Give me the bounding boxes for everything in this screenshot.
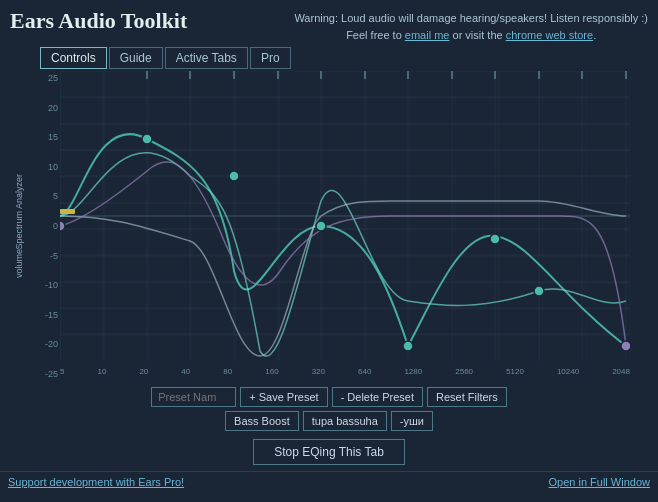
- x-label-10: 10: [97, 367, 106, 376]
- store-link[interactable]: chrome web store: [506, 29, 593, 41]
- footer: Support development with Ears Pro! Open …: [0, 471, 658, 492]
- y-label-15: 15: [30, 132, 60, 142]
- warning-line2-before: Feel free to: [346, 29, 405, 41]
- email-link[interactable]: email me: [405, 29, 450, 41]
- x-label-10240: 10240: [557, 367, 579, 376]
- x-label-160: 160: [265, 367, 278, 376]
- svg-point-29: [403, 341, 413, 351]
- y-label-10: 10: [30, 162, 60, 172]
- bass-boost-preset[interactable]: Bass Boost: [225, 411, 299, 431]
- x-label-20: 20: [139, 367, 148, 376]
- yshi-preset[interactable]: -уши: [391, 411, 433, 431]
- svg-point-32: [60, 221, 65, 231]
- tupa-preset[interactable]: tupa bassuha: [303, 411, 387, 431]
- x-label-320: 320: [312, 367, 325, 376]
- x-label-5: 5: [60, 367, 64, 376]
- tabs-bar: Controls Guide Active Tabs Pro: [0, 47, 658, 69]
- y-label-n10: -10: [30, 280, 60, 290]
- x-label-80: 80: [223, 367, 232, 376]
- y-label-0: 0: [30, 221, 60, 231]
- y-label-n20: -20: [30, 339, 60, 349]
- tab-active-tabs[interactable]: Active Tabs: [165, 47, 248, 69]
- volume-label: volume: [14, 249, 24, 278]
- y-label-n15: -15: [30, 310, 60, 320]
- warning-middle: or visit the: [449, 29, 505, 41]
- eq-chart[interactable]: 25 20 15 10 5 0 -5 -10 -15 -20 -25: [30, 71, 630, 381]
- spectrum-label: Spectrum Analyzer: [14, 174, 24, 250]
- main-area: Spectrum Analyzer volume 25 20 15 10 5 0…: [0, 71, 658, 381]
- reset-filters-button[interactable]: Reset Filters: [427, 387, 507, 407]
- tab-pro[interactable]: Pro: [250, 47, 291, 69]
- y-label-25: 25: [30, 73, 60, 83]
- y-grid-labels: 25 20 15 10 5 0 -5 -10 -15 -20 -25: [30, 71, 60, 381]
- svg-rect-46: [60, 209, 75, 214]
- x-grid-labels: 5 10 20 40 80 160 320 640 1280 2560 5120…: [60, 361, 630, 381]
- warning-text: Warning: Loud audio will damage hearing/…: [294, 8, 648, 43]
- x-label-2560: 2560: [455, 367, 473, 376]
- x-label-5120: 5120: [506, 367, 524, 376]
- open-full-link[interactable]: Open in Full Window: [549, 476, 651, 488]
- x-label-40: 40: [181, 367, 190, 376]
- x-label-20480: 2048: [612, 367, 630, 376]
- preset-name-input[interactable]: [151, 387, 236, 407]
- tab-guide[interactable]: Guide: [109, 47, 163, 69]
- y-label-n25: -25: [30, 369, 60, 379]
- delete-preset-button[interactable]: - Delete Preset: [332, 387, 423, 407]
- controls-row: + Save Preset - Delete Preset Reset Filt…: [0, 381, 658, 409]
- svg-point-31: [534, 286, 544, 296]
- preset-buttons-row: Bass Boost tupa bassuha -уши: [0, 409, 658, 433]
- stop-btn-row: Stop EQing This Tab: [0, 433, 658, 471]
- app-title: Ears Audio Toolkit: [10, 8, 187, 34]
- stop-eqing-button[interactable]: Stop EQing This Tab: [253, 439, 405, 465]
- save-preset-button[interactable]: + Save Preset: [240, 387, 327, 407]
- y-axis-labels: Spectrum Analyzer volume: [8, 71, 30, 381]
- tab-controls[interactable]: Controls: [40, 47, 107, 69]
- eq-svg: [60, 71, 630, 361]
- svg-point-28: [316, 221, 326, 231]
- x-label-1280: 1280: [404, 367, 422, 376]
- warning-end: .: [593, 29, 596, 41]
- y-label-5: 5: [30, 191, 60, 201]
- y-label-n5: -5: [30, 251, 60, 261]
- svg-point-33: [621, 341, 630, 351]
- svg-point-27: [229, 171, 239, 181]
- support-link[interactable]: Support development with Ears Pro!: [8, 476, 184, 488]
- y-label-20: 20: [30, 103, 60, 113]
- svg-point-30: [490, 234, 500, 244]
- svg-point-26: [142, 134, 152, 144]
- header: Ears Audio Toolkit Warning: Loud audio w…: [0, 0, 658, 47]
- warning-line1: Warning: Loud audio will damage hearing/…: [294, 12, 648, 24]
- x-label-640: 640: [358, 367, 371, 376]
